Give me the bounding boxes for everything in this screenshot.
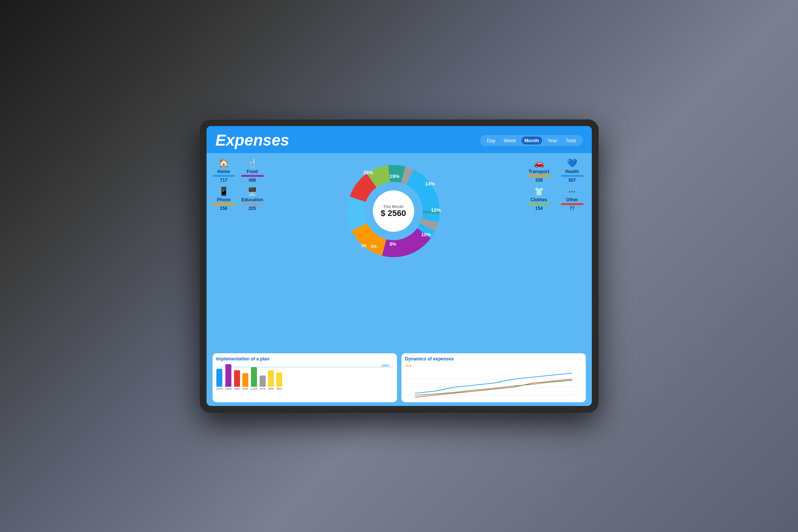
phone-value: 256 <box>220 206 227 211</box>
bar-6 <box>268 370 274 387</box>
pct-12: 12% <box>431 207 441 213</box>
year-label: Year <box>405 364 582 368</box>
time-filters: Day Week Month Year Total <box>480 135 583 146</box>
right-categories: 🚗 Transport 358 💙 Health 307 👕 Clothes <box>526 157 586 350</box>
line-chart <box>405 369 582 399</box>
pct-8: 8% <box>390 242 396 247</box>
category-phone: 📱 Phone 256 <box>213 187 235 211</box>
other-value: 77 <box>570 206 575 211</box>
center-panel: This Month $ 2560 28% 19% 14% 12% 10% 8%… <box>266 157 521 350</box>
filter-week[interactable]: Week <box>501 137 519 144</box>
bar-item-4: 113% <box>251 367 257 390</box>
health-bar <box>561 175 584 177</box>
header: Expenses Day Week Month Year Total <box>207 126 592 153</box>
education-label: Education <box>241 197 263 202</box>
category-health: 💙 Health 307 <box>559 158 586 183</box>
bar-4 <box>251 367 257 387</box>
transport-icon: 🚗 <box>534 158 544 168</box>
bar-item-5: 67% <box>260 375 266 390</box>
bar-item-3: 82% <box>242 373 248 390</box>
bottom-panels: Implementation of a plan 100% 107% 132% <box>207 353 592 406</box>
education-value: 205 <box>248 206 256 211</box>
donut-chart: This Month $ 2560 28% 19% 14% 12% 10% 8%… <box>341 158 446 264</box>
clothes-value: 154 <box>535 206 543 211</box>
bar-chart-container: 100% 107% 132% 98% <box>216 364 393 390</box>
pct-6: 6% <box>371 244 377 249</box>
bar-label-0: 107% <box>216 388 223 390</box>
home-label: Home <box>217 169 230 174</box>
transport-label: Transport <box>529 169 549 174</box>
category-education: 🖥️ Education 205 <box>241 187 264 211</box>
category-other: ··· Other 77 <box>559 187 586 211</box>
left-categories: 🏠 Home 717 🍴 Food 486 📱 Phone <box>213 157 261 350</box>
bar-item-6: 99% <box>268 370 274 390</box>
transport-bar <box>528 175 550 177</box>
pct-19: 19% <box>390 173 400 179</box>
bar-item-1: 132% <box>225 364 232 390</box>
line-chart-svg <box>405 369 582 399</box>
bar-chart: 107% 132% 98% 82% <box>216 364 393 390</box>
health-icon: 💙 <box>567 158 577 168</box>
filter-year[interactable]: Year <box>544 137 560 144</box>
home-value: 717 <box>220 178 227 183</box>
bar-label-4: 113% <box>251 388 257 390</box>
bar-3 <box>242 373 248 387</box>
bar-label-2: 98% <box>234 388 240 390</box>
other-bar <box>561 203 584 205</box>
left-categories-grid: 🏠 Home 717 🍴 Food 486 📱 Phone <box>213 157 261 211</box>
food-label: Food <box>247 169 258 174</box>
bar-0 <box>216 369 222 387</box>
bar-label-6: 99% <box>268 388 274 390</box>
bar-2 <box>234 370 240 387</box>
donut-center-amount: $ 2560 <box>381 209 406 218</box>
phone-icon: 📱 <box>219 187 229 196</box>
donut-center: This Month $ 2560 <box>373 190 414 232</box>
pct-14: 14% <box>425 181 435 187</box>
health-label: Health <box>565 169 579 174</box>
food-bar <box>241 175 264 177</box>
health-value: 307 <box>568 178 576 183</box>
main-content: 🏠 Home 717 🍴 Food 486 📱 Phone <box>207 153 592 353</box>
bar-7 <box>276 372 282 387</box>
app-title: Expenses <box>216 131 289 149</box>
other-label: Other <box>566 197 578 202</box>
bar-item-7: 85% <box>276 372 282 390</box>
home-icon: 🏠 <box>219 158 229 168</box>
bar-label-1: 132% <box>225 388 232 390</box>
clothes-label: Clothes <box>530 197 547 202</box>
bar-item-2: 98% <box>234 370 240 390</box>
filter-month[interactable]: Month <box>521 137 542 144</box>
bar-label-5: 67% <box>260 388 265 390</box>
line-blue <box>415 373 572 393</box>
bar-label-7: 85% <box>277 388 282 390</box>
implementation-title: Implementation of a plan <box>216 356 393 362</box>
right-categories-grid: 🚗 Transport 358 💙 Health 307 👕 Clothes <box>526 158 586 211</box>
category-home: 🏠 Home 717 <box>213 158 235 183</box>
dynamics-panel: Dynamics of expenses Year <box>401 353 586 402</box>
pct-10: 10% <box>421 232 431 237</box>
category-transport: 🚗 Transport 358 <box>526 158 553 183</box>
line-green <box>415 380 572 395</box>
transport-value: 358 <box>535 178 543 183</box>
education-bar <box>241 203 264 205</box>
dynamics-title: Dynamics of expenses <box>405 356 582 362</box>
phone-bar <box>213 203 235 205</box>
food-icon: 🍴 <box>247 158 257 168</box>
implementation-panel: Implementation of a plan 100% 107% 132% <box>213 353 397 402</box>
pct-3: 3% <box>361 244 366 248</box>
filter-total[interactable]: Total <box>562 137 579 144</box>
clothes-bar <box>528 203 550 205</box>
tablet-frame: Expenses Day Week Month Year Total 🏠 Hom… <box>200 119 599 413</box>
bar-1 <box>225 364 231 387</box>
filter-day[interactable]: Day <box>484 137 499 144</box>
bar-label-3: 82% <box>243 388 248 390</box>
other-icon: ··· <box>568 187 575 196</box>
home-bar <box>213 175 235 177</box>
education-icon: 🖥️ <box>247 187 257 196</box>
clothes-icon: 👕 <box>534 187 544 196</box>
bar-5 <box>260 375 266 387</box>
phone-label: Phone <box>217 197 231 202</box>
category-food: 🍴 Food 486 <box>241 158 264 183</box>
pct-28: 28% <box>363 170 373 175</box>
category-clothes: 👕 Clothes 154 <box>526 187 553 211</box>
